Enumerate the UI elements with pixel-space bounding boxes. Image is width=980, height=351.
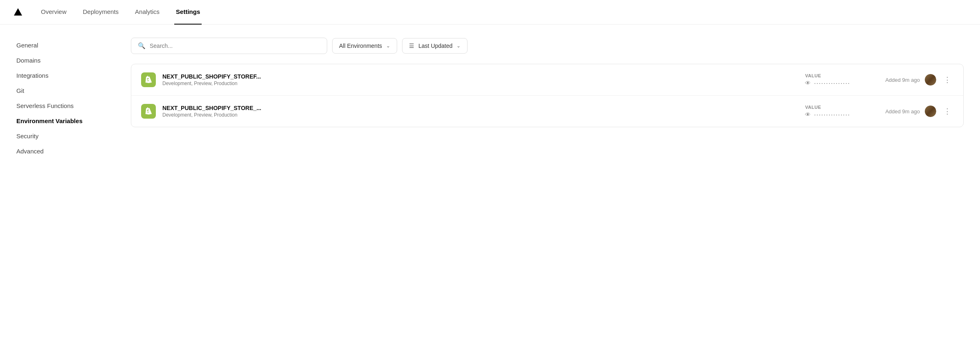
value-label: VALUE	[805, 73, 879, 78]
shopify-icon	[141, 72, 156, 87]
search-icon: 🔍	[138, 42, 146, 50]
environments-label: All Environments	[339, 43, 382, 49]
env-var-name: NEXT_PUBLIC_SHOPIFY_STOREF...	[162, 73, 798, 80]
main-content: 🔍 All Environments ⌄ ☰ Last Updated ⌄	[115, 25, 980, 351]
sidebar-item-domains[interactable]: Domains	[0, 53, 115, 68]
avatar-image	[925, 74, 936, 86]
sort-icon: ☰	[409, 43, 414, 49]
eye-icon: 👁	[805, 80, 811, 86]
value-masked: 👁 ···············	[805, 80, 879, 86]
env-meta-2: Added 9m ago ⋮	[885, 106, 953, 117]
env-var-info: NEXT_PUBLIC_SHOPIFY_STOREF... Developmen…	[162, 73, 798, 86]
more-options-button[interactable]: ⋮	[941, 74, 953, 85]
avatar-2	[925, 106, 936, 117]
avatar	[925, 74, 936, 86]
value-label-2: VALUE	[805, 105, 879, 110]
table-row: NEXT_PUBLIC_SHOPIFY_STOREF... Developmen…	[131, 64, 963, 96]
svg-marker-0	[14, 8, 22, 16]
value-masked-2: 👁 ···············	[805, 111, 879, 118]
env-var-info-2: NEXT_PUBLIC_SHOPIFY_STORE_... Developmen…	[162, 105, 798, 118]
eye-icon-2: 👁	[805, 111, 811, 118]
top-nav: Overview Deployments Analytics Settings	[0, 0, 980, 25]
sort-label: Last Updated	[418, 43, 452, 49]
shopify-icon-2	[141, 104, 156, 119]
masked-value-2: ···············	[814, 111, 850, 118]
env-var-value: VALUE 👁 ···············	[805, 73, 879, 86]
env-meta: Added 9m ago ⋮	[885, 74, 953, 86]
sidebar-item-environment-variables[interactable]: Environment Variables	[0, 113, 115, 128]
nav-item-analytics[interactable]: Analytics	[133, 0, 161, 25]
nav-item-overview[interactable]: Overview	[39, 0, 68, 25]
env-time: Added 9m ago	[885, 77, 920, 83]
nav-item-deployments[interactable]: Deployments	[81, 0, 121, 25]
logo[interactable]	[13, 7, 23, 17]
env-var-value-2: VALUE 👁 ···············	[805, 105, 879, 118]
search-box[interactable]: 🔍	[131, 38, 327, 54]
table-row: NEXT_PUBLIC_SHOPIFY_STORE_... Developmen…	[131, 96, 963, 127]
chevron-down-icon: ⌄	[386, 43, 390, 49]
environments-dropdown[interactable]: All Environments ⌄	[332, 38, 397, 54]
sidebar-item-security[interactable]: Security	[0, 128, 115, 144]
masked-value: ···············	[814, 80, 850, 86]
sidebar-item-serverless-functions[interactable]: Serverless Functions	[0, 98, 115, 113]
toolbar: 🔍 All Environments ⌄ ☰ Last Updated ⌄	[131, 38, 964, 54]
env-var-list: NEXT_PUBLIC_SHOPIFY_STOREF... Developmen…	[131, 64, 964, 127]
sidebar-item-integrations[interactable]: Integrations	[0, 68, 115, 83]
sidebar-item-general[interactable]: General	[0, 38, 115, 53]
env-var-name-2: NEXT_PUBLIC_SHOPIFY_STORE_...	[162, 105, 798, 111]
env-time-2: Added 9m ago	[885, 108, 920, 115]
sidebar: General Domains Integrations Git Serverl…	[0, 25, 115, 351]
nav-item-settings[interactable]: Settings	[174, 0, 202, 25]
search-input[interactable]	[150, 43, 320, 49]
sidebar-item-git[interactable]: Git	[0, 83, 115, 98]
avatar-image-2	[925, 106, 936, 117]
sort-dropdown[interactable]: ☰ Last Updated ⌄	[402, 38, 468, 54]
env-var-envs: Development, Preview, Production	[162, 81, 798, 86]
env-var-envs-2: Development, Preview, Production	[162, 112, 798, 118]
chevron-down-icon-sort: ⌄	[456, 43, 461, 49]
sidebar-item-advanced[interactable]: Advanced	[0, 144, 115, 159]
more-options-button-2[interactable]: ⋮	[941, 106, 953, 117]
main-layout: General Domains Integrations Git Serverl…	[0, 25, 980, 351]
